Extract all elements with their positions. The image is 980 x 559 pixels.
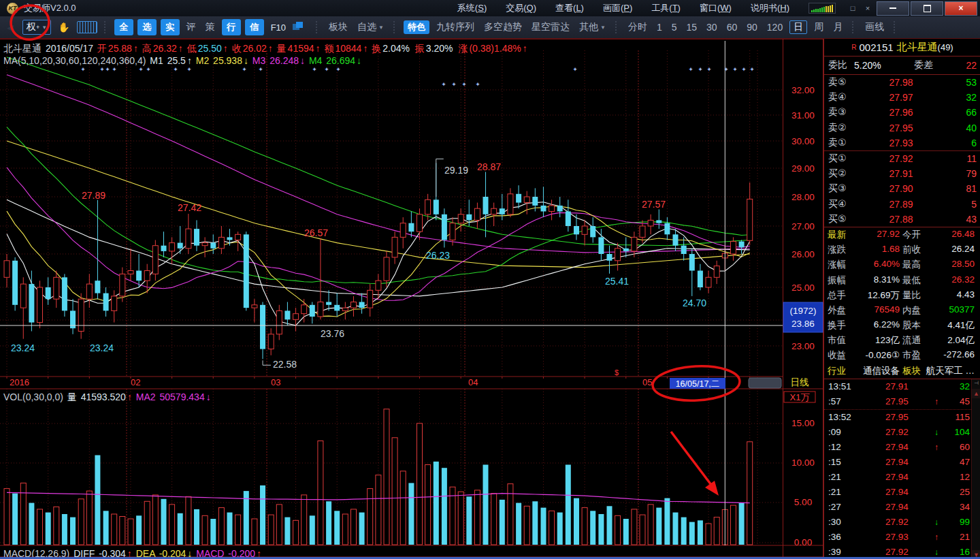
svg-text:16/05/17,二: 16/05/17,二	[676, 379, 720, 389]
tick-row: :3027.92↓99	[824, 515, 980, 530]
svg-text:25.41: 25.41	[605, 276, 629, 287]
menu-W[interactable]: 窗口(W)	[690, 1, 741, 16]
ma-arrow-icon: ↓	[244, 55, 248, 66]
btn-watchlist[interactable]: 自选▼	[355, 20, 387, 35]
btn-xuan[interactable]: 选	[137, 19, 157, 35]
book-row[interactable]: 卖⑤27.9853	[824, 75, 980, 90]
chart-area[interactable]: ✦✦✦✦✦✦✦✦✦✦✦✦✦✦✦✦✦✦✦✦✦✦✦✦✦23.2423.2427.89…	[0, 39, 823, 558]
svg-text:23.76: 23.76	[321, 328, 344, 339]
minimize-button[interactable]	[877, 1, 909, 16]
period-month[interactable]: 月	[830, 20, 845, 35]
weicha-label: 委差	[914, 59, 933, 71]
tick-row: 13:5127.9132	[824, 379, 980, 394]
book-row[interactable]: 卖④27.9732	[824, 90, 980, 105]
menu-T[interactable]: 工具(T)	[642, 1, 690, 16]
period-day[interactable]: 日	[789, 20, 807, 34]
tick-row: :1227.94↑60	[824, 440, 980, 455]
field-value: 25.50	[198, 43, 222, 54]
period-120[interactable]: 120	[764, 20, 785, 34]
book-row[interactable]: 买②27.9179	[824, 166, 980, 181]
svg-text:✦: ✦	[80, 66, 86, 73]
detail-row: 振幅8.31%最低26.32	[824, 272, 980, 287]
menu-P[interactable]: 画面(P)	[593, 1, 642, 16]
detail-row: 总手12.69万量比4.43	[824, 288, 980, 303]
up-arrow-icon: ↑	[223, 43, 231, 54]
field-value: 26.02	[243, 43, 267, 54]
btn-nine-turn[interactable]: 九转序列	[434, 20, 477, 35]
svg-text:28.00: 28.00	[791, 192, 815, 202]
back-icon: ◀	[4, 21, 16, 34]
svg-text:✦: ✦	[475, 81, 480, 88]
period-5[interactable]: 5	[669, 20, 680, 34]
btn-ping[interactable]: 评	[184, 20, 199, 35]
close-button[interactable]: ×	[945, 1, 977, 16]
book-row[interactable]: 买⑤27.8843	[824, 212, 980, 227]
menu-H[interactable]: 说明书(H)	[741, 1, 799, 16]
adjust-rights-button[interactable]: 权+▼	[22, 20, 51, 35]
svg-text:27.00: 27.00	[791, 221, 815, 231]
menu-S[interactable]: 系统(S)	[448, 1, 496, 16]
tick-row: :3627.93↑21	[824, 530, 980, 545]
svg-text:29.19: 29.19	[444, 165, 468, 176]
scroll-up-icon[interactable]: ▲	[972, 389, 980, 398]
btn-shi[interactable]: 实	[161, 19, 180, 35]
btn-hang[interactable]: 行	[222, 19, 241, 35]
volume-indicator-bar: VOL(0,30,0,0) 量 41593.520↑ MA2 50579.434…	[3, 392, 212, 404]
btn-quan-all[interactable]: 全	[114, 19, 133, 35]
svg-text:03: 03	[271, 377, 280, 387]
tick-row: :2727.9434	[824, 500, 980, 515]
btn-f10[interactable]: F10	[268, 21, 289, 34]
ruler-tool-icon[interactable]	[77, 21, 97, 33]
menu-L[interactable]: 查看(L)	[546, 1, 593, 16]
period-90[interactable]: 90	[744, 20, 760, 34]
layers-icon[interactable]	[293, 22, 309, 33]
btn-draw-line[interactable]: 画线	[862, 20, 887, 35]
svg-text:02: 02	[131, 377, 140, 387]
hand-tool-icon[interactable]: ✋	[55, 20, 72, 34]
detail-row: 换手6.22%股本4.41亿	[824, 318, 980, 333]
up-arrow-icon: ↑	[363, 43, 370, 54]
period-1[interactable]: 1	[654, 20, 665, 34]
btn-star-radar[interactable]: 星空雷达	[529, 20, 572, 35]
period-30[interactable]: 30	[704, 20, 720, 34]
app-logo-icon: KT	[7, 3, 18, 14]
btn-ce[interactable]: 策	[203, 20, 218, 35]
menu-Q[interactable]: 交易(Q)	[496, 1, 546, 16]
maximize-button[interactable]	[911, 1, 943, 16]
mdi-close-icon[interactable]: ×	[862, 3, 873, 13]
tick-row: :5727.95↑45	[824, 394, 980, 409]
book-row[interactable]: 卖②27.9540	[824, 121, 980, 135]
btn-other[interactable]: 其他▼	[576, 20, 608, 35]
period-15[interactable]: 15	[684, 20, 700, 34]
book-row[interactable]: 卖①27.936	[824, 135, 980, 150]
btn-sectors[interactable]: 板块	[326, 20, 350, 35]
stock-title: R 002151 北斗星通 (49)	[824, 39, 980, 57]
stock-name-label: 北斗星通	[3, 43, 44, 54]
svg-text:✦: ✦	[312, 66, 317, 73]
svg-text:23.00: 23.00	[791, 341, 815, 351]
period-60[interactable]: 60	[724, 20, 740, 34]
svg-text:31.00: 31.00	[791, 110, 815, 121]
book-row[interactable]: 买④27.895	[824, 197, 980, 212]
period-intraday[interactable]: 分时	[625, 20, 650, 35]
stock-info-bar: 北斗星通 2016/05/17 开25.88↑ 高26.32↑ 低25.50↑ …	[3, 43, 529, 55]
up-arrow-icon: ↑	[523, 43, 527, 54]
book-row[interactable]: 卖③27.9666	[824, 105, 980, 120]
svg-text:05: 05	[642, 377, 652, 387]
ma-label: M1	[150, 55, 165, 66]
svg-text:✦: ✦	[99, 66, 105, 73]
mdi-restore-icon[interactable]: □	[847, 3, 858, 13]
field-key: 涨	[458, 43, 468, 54]
panel-pin-icon[interactable]: ⊣	[972, 379, 980, 388]
candlestick-chart[interactable]: ✦✦✦✦✦✦✦✦✦✦✦✦✦✦✦✦✦✦✦✦✦✦✦✦✦23.2423.2427.89…	[0, 39, 823, 558]
svg-text:X1万: X1万	[790, 392, 810, 402]
scrollbar[interactable]: ⊣ ▲ ▼	[971, 379, 980, 559]
weibi-row: 委比 5.20% 委差 22	[824, 57, 980, 75]
btn-long-short-trend[interactable]: 多空趋势	[481, 20, 525, 35]
book-row[interactable]: 买①27.9211	[824, 151, 980, 166]
svg-text:✦: ✦	[186, 66, 192, 73]
period-week[interactable]: 周	[811, 20, 826, 35]
btn-featured[interactable]: 特色	[404, 20, 429, 34]
book-row[interactable]: 买③27.9081	[824, 181, 980, 196]
btn-xin[interactable]: 信	[245, 19, 264, 35]
